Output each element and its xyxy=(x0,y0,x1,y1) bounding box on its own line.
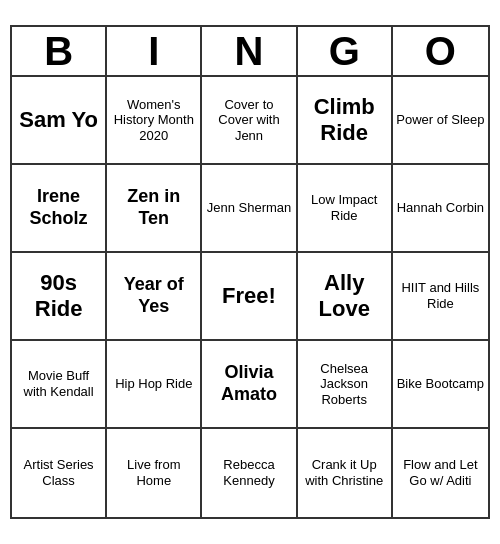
bingo-grid: Sam YoWomen's History Month 2020Cover to… xyxy=(12,77,488,517)
bingo-cell-15: Movie Buff with Kendall xyxy=(12,341,107,429)
bingo-cell-3: Climb Ride xyxy=(298,77,393,165)
bingo-cell-6: Zen in Ten xyxy=(107,165,202,253)
bingo-cell-20: Artist Series Class xyxy=(12,429,107,517)
bingo-cell-23: Crank it Up with Christine xyxy=(298,429,393,517)
bingo-cell-10: 90s Ride xyxy=(12,253,107,341)
bingo-cell-1: Women's History Month 2020 xyxy=(107,77,202,165)
bingo-cell-9: Hannah Corbin xyxy=(393,165,488,253)
bingo-cell-0: Sam Yo xyxy=(12,77,107,165)
bingo-card: BINGO Sam YoWomen's History Month 2020Co… xyxy=(10,25,490,519)
bingo-letter-o: O xyxy=(393,27,488,75)
bingo-cell-19: Bike Bootcamp xyxy=(393,341,488,429)
bingo-cell-17: Olivia Amato xyxy=(202,341,297,429)
bingo-cell-11: Year of Yes xyxy=(107,253,202,341)
bingo-cell-16: Hip Hop Ride xyxy=(107,341,202,429)
bingo-cell-14: HIIT and Hills Ride xyxy=(393,253,488,341)
bingo-cell-22: Rebecca Kennedy xyxy=(202,429,297,517)
bingo-letter-g: G xyxy=(298,27,393,75)
bingo-cell-8: Low Impact Ride xyxy=(298,165,393,253)
bingo-cell-12: Free! xyxy=(202,253,297,341)
bingo-cell-4: Power of Sleep xyxy=(393,77,488,165)
bingo-cell-24: Flow and Let Go w/ Aditi xyxy=(393,429,488,517)
bingo-cell-18: Chelsea Jackson Roberts xyxy=(298,341,393,429)
bingo-cell-2: Cover to Cover with Jenn xyxy=(202,77,297,165)
bingo-header: BINGO xyxy=(12,27,488,77)
bingo-cell-21: Live from Home xyxy=(107,429,202,517)
bingo-letter-i: I xyxy=(107,27,202,75)
bingo-cell-13: Ally Love xyxy=(298,253,393,341)
bingo-cell-7: Jenn Sherman xyxy=(202,165,297,253)
bingo-cell-5: Irene Scholz xyxy=(12,165,107,253)
bingo-letter-n: N xyxy=(202,27,297,75)
bingo-letter-b: B xyxy=(12,27,107,75)
